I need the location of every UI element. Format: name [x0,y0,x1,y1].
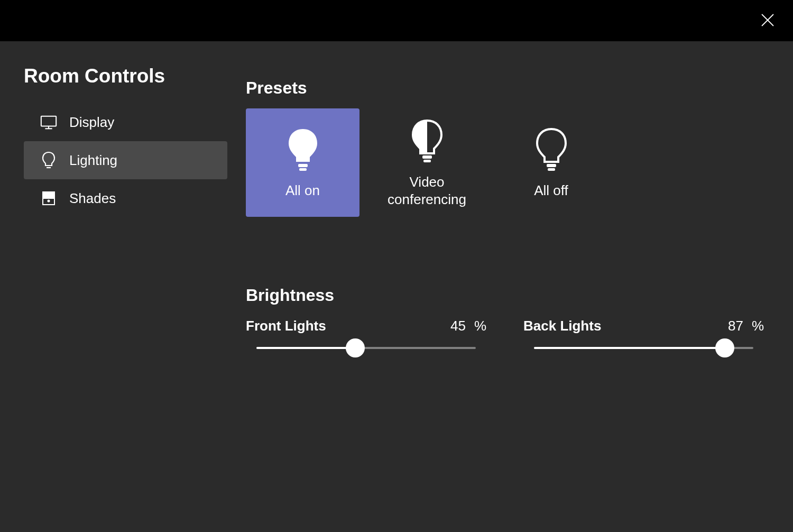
svg-rect-12 [423,160,431,162]
slider-value-number: 87 [728,318,743,334]
slider-fill [256,347,355,349]
close-button[interactable] [758,11,777,30]
svg-rect-7 [43,192,54,198]
preset-label: All off [534,182,568,199]
header-bar [0,0,793,41]
slider-back-lights: Back Lights 87 % [523,318,764,349]
slider-track [256,347,476,349]
sidebar: Room Controls Display [24,65,227,349]
svg-point-8 [48,200,50,202]
sidebar-item-label: Lighting [69,152,117,169]
close-icon [761,13,774,27]
svg-rect-9 [298,164,308,167]
monitor-icon [40,113,58,131]
page-title: Room Controls [24,65,227,87]
preset-video-conferencing[interactable]: Video conferencing [370,108,484,217]
bulb-icon [40,151,58,169]
nav-list: Display Lighting [24,103,227,217]
slider-front-lights: Front Lights 45 % [246,318,486,349]
presets-row: All on Video conferencing [246,108,769,217]
slider-value-unit: % [752,318,764,334]
svg-rect-14 [548,168,555,171]
slider-value-number: 45 [450,318,466,334]
sidebar-item-shades[interactable]: Shades [24,179,227,217]
slider-thumb[interactable] [346,338,365,357]
content-area: Room Controls Display [0,41,793,349]
sliders-row: Front Lights 45 % [246,318,769,349]
slider-track [534,347,753,349]
preset-all-off[interactable]: All off [494,108,608,217]
slider-label: Front Lights [246,318,326,334]
slider-control[interactable] [523,347,764,349]
bulb-outline-icon [530,126,573,173]
presets-title: Presets [246,78,769,98]
bulb-half-icon [406,117,448,165]
sidebar-item-label: Shades [69,190,116,207]
bulb-full-icon [282,126,324,173]
shades-icon [40,189,58,207]
main-panel: Presets All on [227,65,769,349]
slider-control[interactable] [246,347,486,349]
slider-value-unit: % [474,318,486,334]
preset-label: Video conferencing [370,173,484,208]
svg-rect-10 [299,168,307,171]
slider-header: Back Lights 87 % [523,318,764,334]
slider-header: Front Lights 45 % [246,318,486,334]
slider-value: 45 % [450,318,486,334]
sidebar-item-display[interactable]: Display [24,103,227,141]
sidebar-item-label: Display [69,114,114,131]
preset-all-on[interactable]: All on [246,108,359,217]
preset-label: All on [285,182,320,199]
brightness-section: Brightness Front Lights 45 % [246,286,769,349]
svg-rect-2 [41,116,56,126]
slider-fill [534,347,725,349]
svg-rect-11 [422,155,432,159]
slider-thumb[interactable] [715,338,734,357]
slider-label: Back Lights [523,318,601,334]
presets-section: Presets All on [246,78,769,217]
sidebar-item-lighting[interactable]: Lighting [24,141,227,179]
svg-rect-13 [547,164,556,167]
brightness-title: Brightness [246,286,769,305]
slider-value: 87 % [728,318,764,334]
